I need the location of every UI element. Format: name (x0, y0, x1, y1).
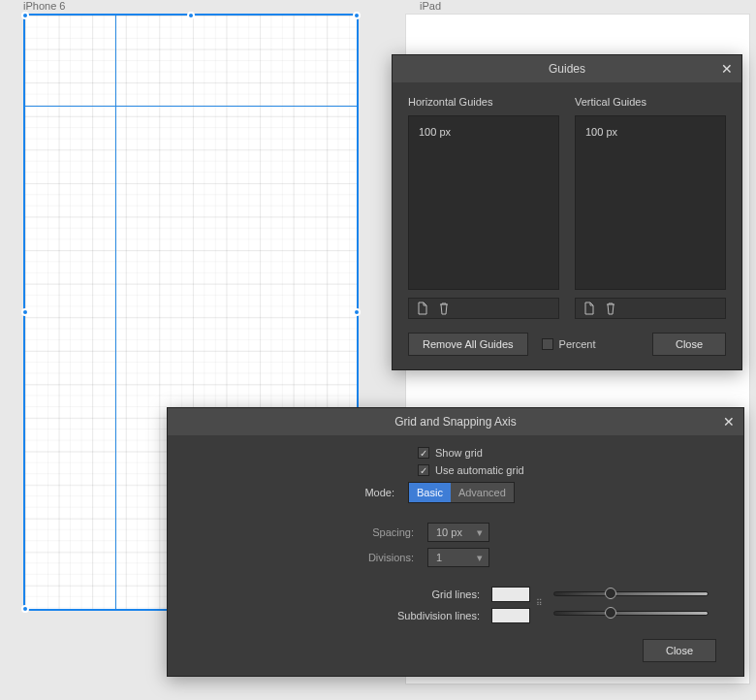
selection-handle[interactable] (353, 308, 361, 316)
show-grid-checkbox[interactable] (418, 447, 429, 459)
slider-track (553, 591, 709, 596)
subdivision-lines-color-swatch[interactable] (491, 608, 530, 623)
close-button[interactable]: Close (652, 333, 726, 356)
selection-handle[interactable] (187, 12, 195, 19)
grid-lines-label: Grid lines: (375, 589, 480, 600)
slider-track (553, 611, 709, 616)
use-automatic-grid-row: Use automatic grid (418, 464, 524, 476)
link-colors-icon[interactable]: ⠿ (536, 587, 542, 620)
subdivision-lines-label: Subdivision lines: (375, 610, 480, 621)
use-automatic-grid-label: Use automatic grid (435, 464, 524, 476)
grid-panel-titlebar[interactable]: Grid and Snapping Axis ✕ (168, 408, 743, 435)
vertical-guides-actions (575, 298, 726, 319)
percent-label: Percent (559, 338, 596, 350)
close-icon[interactable]: ✕ (718, 60, 736, 78)
vertical-guides-label: Vertical Guides (575, 96, 726, 108)
artboard-label-ipad: iPad (420, 0, 441, 12)
subdivision-lines-slider[interactable] (553, 606, 709, 620)
guide-line-horizontal[interactable] (25, 106, 357, 107)
vertical-guides-list[interactable]: 100 px (575, 115, 726, 290)
list-item[interactable]: 100 px (585, 124, 715, 140)
mode-label: Mode: (195, 487, 398, 498)
guides-panel: Guides ✕ Horizontal Guides 100 px (392, 54, 742, 370)
guides-panel-titlebar[interactable]: Guides ✕ (393, 55, 741, 82)
mode-option-basic[interactable]: Basic (409, 483, 451, 502)
remove-all-guides-button[interactable]: Remove All Guides (408, 333, 528, 356)
mode-toggle: Basic Advanced (408, 482, 515, 503)
new-guide-icon[interactable] (582, 301, 597, 316)
horizontal-guides-label: Horizontal Guides (408, 96, 559, 108)
horizontal-guides-list[interactable]: 100 px (408, 115, 559, 290)
divisions-label: Divisions: (195, 552, 418, 563)
show-grid-row: Show grid (418, 447, 483, 459)
guide-line-vertical[interactable] (115, 16, 116, 609)
use-automatic-grid-checkbox[interactable] (418, 464, 429, 476)
mode-option-advanced[interactable]: Advanced (451, 483, 514, 502)
new-guide-icon[interactable] (415, 301, 430, 316)
percent-checkbox-row: Percent (542, 338, 596, 350)
artboard-label-iphone: iPhone 6 (23, 0, 65, 12)
close-button[interactable]: Close (643, 639, 716, 662)
show-grid-label: Show grid (435, 447, 483, 459)
selection-handle[interactable] (353, 12, 361, 19)
slider-thumb[interactable] (605, 607, 616, 619)
selection-handle[interactable] (21, 308, 29, 316)
divisions-select[interactable]: 1 (427, 548, 489, 567)
close-icon[interactable]: ✕ (720, 413, 738, 430)
list-item[interactable]: 100 px (419, 124, 549, 140)
slider-thumb[interactable] (605, 588, 616, 599)
grid-lines-slider[interactable] (553, 587, 709, 600)
horizontal-guides-actions (408, 298, 559, 319)
grid-snapping-panel: Grid and Snapping Axis ✕ Show grid Use a… (167, 407, 744, 677)
selection-handle[interactable] (21, 12, 29, 19)
spacing-label: Spacing: (195, 526, 418, 538)
grid-lines-color-swatch[interactable] (491, 587, 530, 602)
selection-handle[interactable] (21, 605, 29, 613)
spacing-select[interactable]: 10 px (427, 523, 489, 542)
grid-panel-title: Grid and Snapping Axis (394, 415, 516, 429)
delete-guide-icon[interactable] (436, 301, 452, 316)
delete-guide-icon[interactable] (603, 301, 618, 316)
guides-panel-title: Guides (549, 62, 585, 76)
percent-checkbox[interactable] (542, 338, 553, 350)
